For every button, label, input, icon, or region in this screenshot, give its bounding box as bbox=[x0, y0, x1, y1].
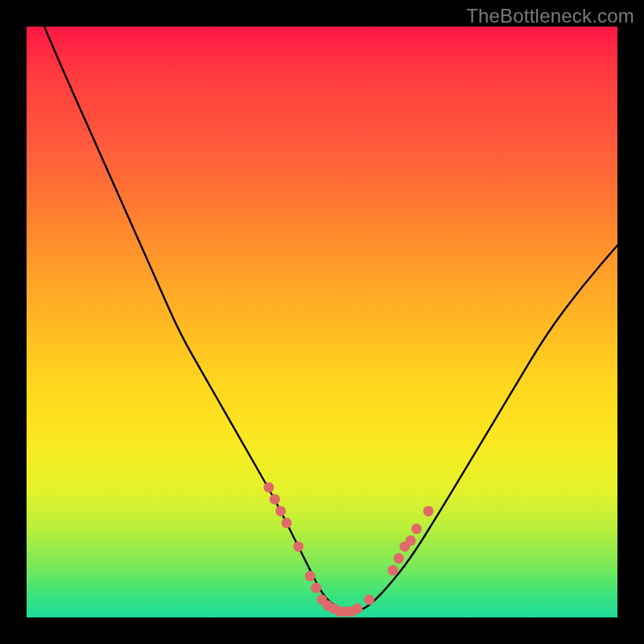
watermark-text: TheBottleneck.com bbox=[466, 5, 634, 27]
highlight-dot bbox=[263, 482, 274, 493]
highlight-dot bbox=[411, 523, 422, 534]
chart-frame: TheBottleneck.com bbox=[0, 0, 644, 644]
bottleneck-curve bbox=[44, 27, 617, 612]
highlight-dot bbox=[282, 518, 292, 528]
highlight-dot bbox=[275, 506, 286, 516]
highlight-dot bbox=[293, 541, 303, 551]
highlight-dot bbox=[423, 506, 434, 516]
highlight-dot bbox=[353, 604, 363, 614]
curve-layer bbox=[27, 27, 617, 617]
highlight-dot bbox=[270, 494, 280, 505]
highlight-dot bbox=[406, 535, 416, 546]
highlight-dot bbox=[305, 571, 316, 581]
highlight-dot bbox=[388, 565, 398, 576]
highlight-dots bbox=[263, 482, 433, 617]
highlight-dot bbox=[394, 553, 404, 564]
highlight-dot bbox=[364, 595, 374, 605]
highlight-dot bbox=[311, 583, 321, 593]
